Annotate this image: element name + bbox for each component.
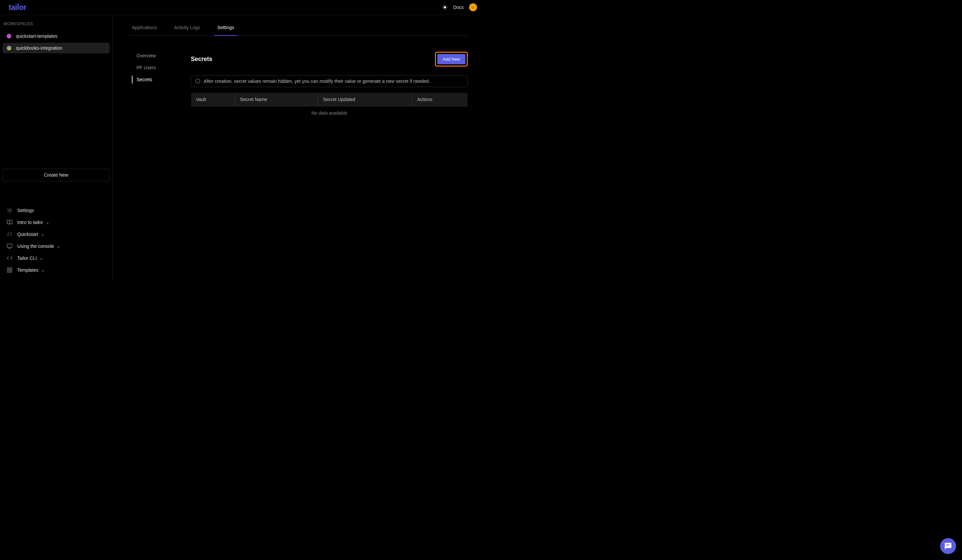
- external-link-icon: [41, 232, 44, 236]
- no-data-cell: No data available: [191, 107, 468, 120]
- svg-rect-4: [7, 244, 12, 247]
- sidebar-link-console[interactable]: Using the console: [3, 240, 110, 252]
- layout: WORKSPACES quickstart-templates quickboo…: [0, 15, 481, 280]
- sidebar-link-templates[interactable]: Templates: [3, 264, 110, 276]
- theme-toggle-icon[interactable]: [442, 4, 448, 10]
- workspace-name: quickstart-templates: [16, 34, 57, 39]
- col-actions: Actions: [412, 93, 467, 107]
- tab-settings[interactable]: Settings: [215, 21, 237, 36]
- col-secret-name: Secret Name: [235, 93, 318, 107]
- link-label: Intro to tailor: [17, 220, 43, 225]
- svg-point-1: [472, 6, 473, 7]
- book-icon: [6, 219, 13, 225]
- monitor-icon: [6, 243, 13, 249]
- svg-rect-6: [10, 268, 12, 270]
- sub-nav-secrets[interactable]: Secrets: [132, 76, 172, 84]
- link-label: Settings: [17, 208, 34, 213]
- workspace-name: quickbooks-integration: [16, 45, 62, 51]
- sidebar-link-intro[interactable]: Intro to tailor: [3, 216, 110, 228]
- sidebar-link-settings[interactable]: Settings: [3, 205, 110, 216]
- sidebar: WORKSPACES quickstart-templates quickboo…: [0, 15, 113, 280]
- svg-rect-8: [10, 271, 12, 273]
- page-title: Secrets: [191, 56, 212, 63]
- svg-point-0: [444, 6, 446, 9]
- external-link-icon: [46, 221, 49, 224]
- sub-nav-overview[interactable]: Overview: [132, 52, 172, 60]
- docs-link[interactable]: Docs: [453, 5, 464, 10]
- tab-applications[interactable]: Applications: [129, 21, 160, 36]
- sub-nav: Overview PF Users Secrets: [132, 52, 172, 120]
- external-link-icon: [56, 245, 60, 248]
- app-header: tailor Docs: [0, 0, 481, 15]
- sub-nav-pf-users[interactable]: PF Users: [132, 64, 172, 71]
- header-right: Docs: [442, 3, 477, 11]
- main-content: Applications Activity Logs Settings Over…: [113, 15, 481, 280]
- link-label: Tailor CLI: [17, 255, 37, 261]
- tabs: Applications Activity Logs Settings: [129, 15, 468, 36]
- gear-icon: [6, 207, 13, 213]
- content-header: Secrets Add New: [191, 52, 468, 66]
- link-label: Quickstart: [17, 232, 38, 237]
- tab-activity-logs[interactable]: Activity Logs: [172, 21, 203, 36]
- svg-point-2: [473, 6, 474, 7]
- bottom-links: Settings Intro to tailor Quickstart: [3, 205, 110, 276]
- code-icon: [6, 255, 13, 261]
- workspace-icon: [6, 34, 11, 39]
- svg-rect-5: [7, 268, 9, 270]
- logo[interactable]: tailor: [9, 3, 26, 12]
- workspace-item-quickbooks[interactable]: quickbooks-integration: [3, 43, 110, 53]
- create-new-button[interactable]: Create New: [3, 169, 110, 181]
- workspace-icon: [6, 46, 11, 50]
- content-area: Overview PF Users Secrets Secrets Add Ne…: [132, 36, 468, 120]
- info-banner: After creation, secret values remain hid…: [191, 75, 468, 87]
- external-link-icon: [41, 268, 44, 272]
- workspaces-label: WORKSPACES: [3, 21, 110, 26]
- external-link-icon: [39, 257, 43, 260]
- checklist-icon: [6, 231, 13, 237]
- info-icon: [195, 79, 200, 84]
- col-secret-updated: Secret Updated: [318, 93, 412, 107]
- grid-icon: [6, 267, 13, 273]
- workspace-item-templates[interactable]: quickstart-templates: [3, 31, 110, 42]
- svg-point-3: [9, 210, 11, 211]
- add-new-highlight: Add New: [435, 52, 468, 66]
- link-label: Templates: [17, 268, 39, 273]
- workspace-list: quickstart-templates quickbooks-integrat…: [3, 31, 110, 53]
- secrets-table: Vault Secret Name Secret Updated Actions…: [191, 92, 468, 120]
- info-text: After creation, secret values remain hid…: [204, 79, 430, 84]
- link-label: Using the console: [17, 244, 54, 249]
- col-vault: Vault: [191, 93, 236, 107]
- svg-rect-7: [7, 271, 9, 273]
- content-main: Secrets Add New After creation, secret v…: [191, 52, 468, 120]
- add-new-button[interactable]: Add New: [437, 54, 465, 64]
- sidebar-link-quickstart[interactable]: Quickstart: [3, 228, 110, 240]
- avatar[interactable]: [469, 3, 477, 11]
- sidebar-link-cli[interactable]: Tailor CLI: [3, 252, 110, 264]
